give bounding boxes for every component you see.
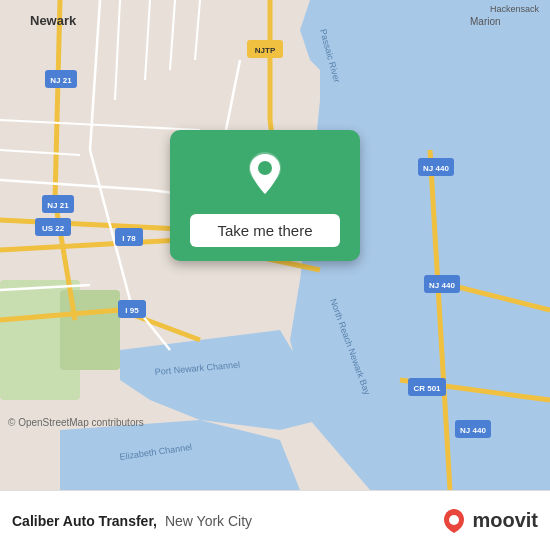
svg-rect-6 — [60, 290, 120, 370]
moovit-text: moovit — [472, 509, 538, 532]
location-city: New York City — [165, 513, 252, 529]
svg-text:Hackensack: Hackensack — [490, 4, 540, 14]
svg-text:NJ 440: NJ 440 — [423, 164, 449, 173]
location-card[interactable]: Take me there — [170, 130, 360, 261]
svg-text:NJTP: NJTP — [255, 46, 276, 55]
location-pin-icon — [238, 148, 292, 202]
moovit-logo: moovit — [440, 507, 538, 535]
svg-text:Marion: Marion — [470, 16, 501, 27]
svg-text:NJ 21: NJ 21 — [47, 201, 69, 210]
svg-text:I 95: I 95 — [125, 306, 139, 315]
map-container: NJ 21 NJ 21 US 22 I 78 I 95 NJTP NJ 440 … — [0, 0, 550, 490]
svg-text:NJ 440: NJ 440 — [460, 426, 486, 435]
svg-text:CR 501: CR 501 — [413, 384, 441, 393]
svg-text:I 78: I 78 — [122, 234, 136, 243]
svg-point-62 — [258, 161, 272, 175]
svg-text:US 22: US 22 — [42, 224, 65, 233]
svg-text:NJ 21: NJ 21 — [50, 76, 72, 85]
take-me-there-button[interactable]: Take me there — [190, 214, 340, 247]
svg-text:NJ 440: NJ 440 — [429, 281, 455, 290]
svg-text:Newark: Newark — [30, 13, 77, 28]
svg-point-63 — [449, 515, 459, 525]
location-name: Caliber Auto Transfer, — [12, 513, 157, 529]
copyright-text: © OpenStreetMap contributors — [8, 417, 144, 428]
bottom-bar: Caliber Auto Transfer, New York City moo… — [0, 490, 550, 550]
